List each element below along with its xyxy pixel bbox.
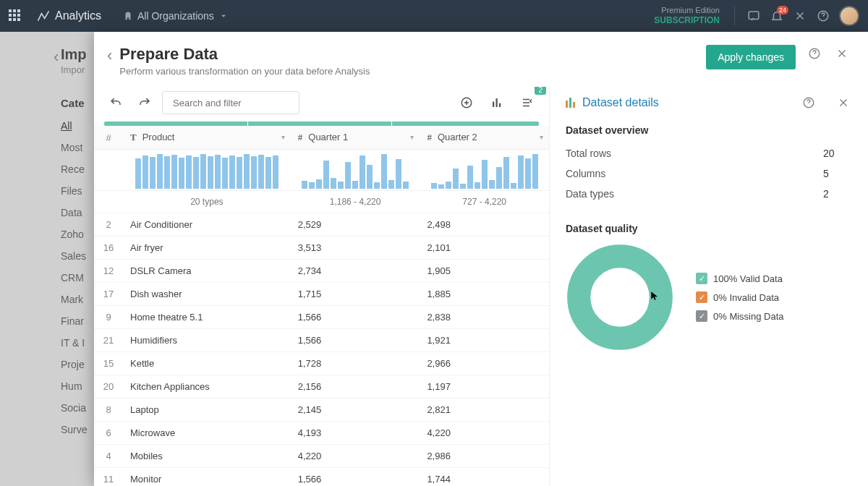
search-input[interactable] bbox=[173, 98, 294, 108]
column-header[interactable]: #Quarter 2▾ bbox=[420, 126, 549, 150]
analytics-logo-icon bbox=[36, 9, 51, 23]
table-row[interactable]: 4Mobiles4,2202,986 bbox=[94, 445, 549, 468]
modal-back-icon[interactable]: ‹ bbox=[107, 46, 112, 65]
data-grid[interactable]: #TProduct▾#Quarter 1▾#Quarter 2▾ 20 type… bbox=[94, 126, 549, 486]
side-close-icon[interactable] bbox=[835, 94, 852, 111]
modal-subtitle: Perform various transformation on your d… bbox=[119, 66, 370, 77]
svg-rect-0 bbox=[749, 12, 759, 20]
column-header[interactable]: #Quarter 1▾ bbox=[291, 126, 420, 150]
column-header[interactable]: # bbox=[94, 126, 123, 150]
table-row[interactable]: 6Microwave4,1934,220 bbox=[94, 422, 549, 445]
steps-count-badge: 2 bbox=[535, 87, 546, 95]
dataset-details-icon bbox=[566, 98, 575, 108]
brand-logo[interactable]: Analytics bbox=[36, 9, 101, 23]
table-row[interactable]: 8Laptop2,1452,821 bbox=[94, 398, 549, 422]
legend-item: ✓0% Invalid Data bbox=[696, 291, 784, 303]
svg-rect-6 bbox=[499, 103, 501, 107]
overview-heading: Dataset overview bbox=[566, 124, 852, 136]
chevron-down-icon bbox=[218, 11, 229, 21]
table-row[interactable]: 20Kitchen Appliances2,1561,197 bbox=[94, 375, 549, 398]
premium-line1: Premium Edition bbox=[654, 6, 720, 15]
quality-donut-chart bbox=[566, 243, 674, 351]
building-icon bbox=[123, 11, 133, 21]
brand-name: Analytics bbox=[55, 9, 101, 22]
search-filter-box[interactable] bbox=[162, 91, 299, 114]
tools-icon[interactable] bbox=[791, 7, 809, 25]
table-row[interactable]: 9Home theatre 5.11,5662,838 bbox=[94, 306, 549, 329]
subscription-badge[interactable]: Premium Edition SUBSCRIPTION bbox=[654, 6, 720, 26]
column-summary: 727 - 4,220 bbox=[420, 191, 549, 213]
notifications-icon[interactable]: 24 bbox=[768, 7, 786, 25]
user-avatar[interactable] bbox=[839, 6, 859, 26]
svg-point-9 bbox=[592, 269, 649, 326]
nav-divider bbox=[734, 7, 735, 25]
add-column-icon[interactable] bbox=[455, 91, 478, 114]
side-help-icon[interactable] bbox=[800, 94, 817, 111]
table-row[interactable]: 16Air fryer3,5132,101 bbox=[94, 236, 549, 260]
org-selector[interactable]: All Organizations bbox=[123, 10, 229, 22]
svg-rect-4 bbox=[493, 102, 494, 108]
modal-help-icon[interactable] bbox=[806, 45, 823, 62]
grid-toolbar: 2 bbox=[94, 87, 549, 119]
overview-stat: Columns5 bbox=[566, 163, 852, 184]
modal-close-icon[interactable] bbox=[833, 45, 851, 62]
column-sparkline bbox=[130, 153, 284, 189]
modal-header: ‹ Prepare Data Perform various transform… bbox=[94, 32, 868, 87]
column-sparkline bbox=[427, 153, 542, 189]
table-row[interactable]: 15Kettle1,7282,966 bbox=[94, 352, 549, 375]
table-row[interactable]: 2Air Conditioner2,5292,498 bbox=[94, 213, 549, 236]
premium-line2: SUBSCRIPTION bbox=[654, 15, 720, 25]
overview-stat: Total rows20 bbox=[566, 143, 852, 163]
column-summary: 20 types bbox=[123, 191, 291, 213]
org-label: All Organizations bbox=[137, 10, 214, 22]
column-sparkline bbox=[298, 153, 413, 189]
side-title: Dataset details bbox=[582, 96, 659, 109]
table-row[interactable]: 17Dish washer1,7151,885 bbox=[94, 283, 549, 306]
dataset-details-panel: Dataset details Dataset overview Total r… bbox=[550, 87, 868, 486]
top-navbar: Analytics All Organizations Premium Edit… bbox=[0, 0, 868, 32]
legend-item: ✓100% Valid Data bbox=[696, 273, 784, 284]
svg-rect-5 bbox=[496, 98, 498, 107]
legend-item: ✓0% Missing Data bbox=[696, 310, 784, 322]
notification-count: 24 bbox=[777, 6, 788, 14]
redo-icon[interactable] bbox=[133, 91, 156, 114]
table-row[interactable]: 21Humidifiers1,5661,921 bbox=[94, 329, 549, 352]
column-header[interactable]: TProduct▾ bbox=[123, 126, 291, 150]
apps-grid-icon[interactable] bbox=[9, 9, 22, 22]
column-summary: 1,186 - 4,220 bbox=[291, 191, 420, 213]
prepare-data-modal: ‹ Prepare Data Perform various transform… bbox=[94, 32, 868, 486]
help-icon[interactable] bbox=[814, 7, 832, 25]
chart-view-icon[interactable] bbox=[485, 91, 509, 114]
quality-heading: Dataset quality bbox=[566, 223, 852, 234]
undo-icon[interactable] bbox=[104, 91, 127, 114]
chat-icon[interactable] bbox=[745, 7, 762, 25]
data-grid-area: 2 #TProduct▾#Quarter 1▾#Quarter 2▾ 20 ty… bbox=[94, 87, 550, 486]
table-row[interactable]: 11Monitor1,5661,744 bbox=[94, 468, 549, 487]
table-row[interactable]: 12DSLR Camera2,7341,905 bbox=[94, 260, 549, 283]
quality-legend: ✓100% Valid Data✓0% Invalid Data✓0% Miss… bbox=[696, 265, 784, 329]
modal-title: Prepare Data bbox=[119, 45, 370, 64]
overview-stat: Data types2 bbox=[566, 184, 852, 204]
apply-changes-button[interactable]: Apply changes bbox=[706, 45, 796, 69]
